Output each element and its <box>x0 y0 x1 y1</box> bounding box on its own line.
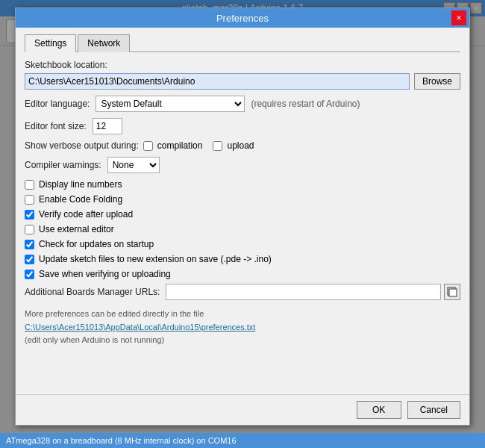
ok-button[interactable]: OK <box>357 401 401 419</box>
status-text: ATmega328 on a breadboard (8 MHz interna… <box>6 436 237 445</box>
boards-manager-row: Additional Boards Manager URLs: <box>25 284 460 300</box>
use-external-editor-label: Use external editor <box>39 224 114 234</box>
verify-code-checkbox[interactable] <box>25 210 34 220</box>
sketchbook-input[interactable] <box>25 73 410 90</box>
upload-label: upload <box>227 140 254 151</box>
browse-button[interactable]: Browse <box>414 73 460 90</box>
tab-bar: Settings Network <box>25 34 460 52</box>
display-line-numbers-checkbox[interactable] <box>25 180 34 190</box>
dialog-overlay: Preferences × Settings Network Sketchboo… <box>0 0 485 448</box>
tab-settings[interactable]: Settings <box>25 34 76 52</box>
dialog-content: Settings Network Sketchbook location: Br… <box>16 28 469 356</box>
compiler-warnings-label: Compiler warnings: <box>25 160 101 170</box>
checkbox-update-sketch-files: Update sketch files to new extension on … <box>25 254 460 264</box>
use-external-editor-checkbox[interactable] <box>25 225 34 234</box>
editor-language-select[interactable]: System Default <box>96 96 245 112</box>
enable-code-folding-checkbox[interactable] <box>25 195 34 205</box>
sketchbook-section: Sketchbook location: Browse <box>25 60 460 90</box>
check-updates-checkbox[interactable] <box>25 240 34 249</box>
boards-manager-input[interactable] <box>166 284 441 300</box>
checkbox-enable-code-folding: Enable Code Folding <box>25 194 460 205</box>
editor-font-size-input[interactable] <box>93 118 122 134</box>
info-section: More preferences can be edited directly … <box>25 308 460 347</box>
editor-language-label: Editor language: <box>25 99 90 109</box>
verbose-label: Show verbose output during: <box>25 140 139 151</box>
dialog-footer: OK Cancel <box>16 394 469 425</box>
display-line-numbers-label: Display line numbers <box>39 179 122 190</box>
prefs-file-path[interactable]: C:\Users\Acer151013\AppData\Local\Arduin… <box>25 321 460 335</box>
svg-rect-1 <box>449 289 457 296</box>
checkbox-check-updates: Check for updates on startup <box>25 239 460 249</box>
checkbox-verify-code: Verify code after upload <box>25 209 460 220</box>
compilation-checkbox[interactable] <box>143 141 153 151</box>
checkboxes-section: Display line numbers Enable Code Folding… <box>25 179 460 279</box>
status-bar: ATmega328 on a breadboard (8 MHz interna… <box>0 433 485 448</box>
checkbox-use-external-editor: Use external editor <box>25 224 460 234</box>
dialog-title-bar: Preferences × <box>16 8 469 28</box>
sketchbook-label: Sketchbook location: <box>25 60 460 70</box>
boards-manager-label: Additional Boards Manager URLs: <box>25 287 160 297</box>
compiler-warnings-row: Compiler warnings: None Default More All <box>25 157 460 173</box>
check-updates-label: Check for updates on startup <box>39 239 154 249</box>
update-sketch-files-label: Update sketch files to new extension on … <box>39 254 272 264</box>
preferences-dialog: Preferences × Settings Network Sketchboo… <box>15 7 470 426</box>
open-window-icon <box>447 287 457 297</box>
editor-language-row: Editor language: System Default (require… <box>25 96 460 112</box>
boards-manager-icon-button[interactable] <box>444 284 460 300</box>
compilation-label: compilation <box>157 140 203 151</box>
save-verifying-label: Save when verifying or uploading <box>39 269 171 279</box>
editor-font-size-label: Editor font size: <box>25 121 87 131</box>
verbose-row: Show verbose output during: compilation … <box>25 140 460 151</box>
editor-font-size-row: Editor font size: <box>25 118 460 134</box>
compiler-warnings-select[interactable]: None Default More All <box>107 157 160 173</box>
update-sketch-files-checkbox[interactable] <box>25 255 34 264</box>
upload-checkbox[interactable] <box>213 141 222 151</box>
checkbox-display-line-numbers: Display line numbers <box>25 179 460 190</box>
checkbox-save-verifying: Save when verifying or uploading <box>25 269 460 279</box>
tab-network[interactable]: Network <box>78 34 130 52</box>
cancel-button[interactable]: Cancel <box>407 401 460 419</box>
dialog-close-button[interactable]: × <box>451 10 466 25</box>
verify-code-label: Verify code after upload <box>39 209 133 220</box>
enable-code-folding-label: Enable Code Folding <box>39 194 122 205</box>
dialog-title: Preferences <box>216 13 269 24</box>
prefs-edit-note: (edit only when Arduino is not running) <box>25 334 460 347</box>
more-prefs-note: More preferences can be edited directly … <box>25 308 460 321</box>
save-verifying-checkbox[interactable] <box>25 270 34 279</box>
sketchbook-row: Browse <box>25 73 460 90</box>
editor-language-note: (requires restart of Arduino) <box>251 99 360 109</box>
